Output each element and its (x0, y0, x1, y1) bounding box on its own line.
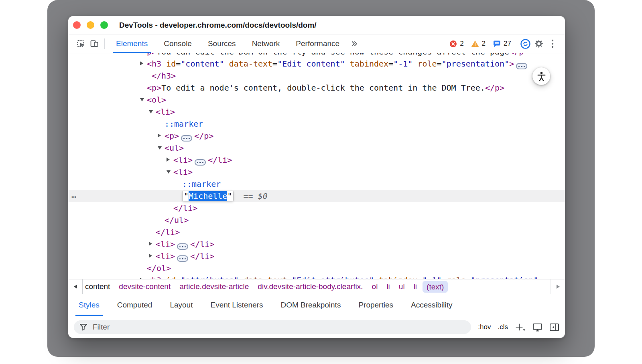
code-token: "attributes" (181, 275, 239, 279)
code-token: </li> (156, 227, 180, 237)
tab-network[interactable]: Network (244, 34, 288, 53)
code-token: <h3 (147, 275, 161, 279)
more-tabs-button[interactable] (347, 37, 361, 51)
breadcrumb-item-devsite-content[interactable]: devsite-content (114, 282, 175, 291)
toggle-classes-button[interactable]: .cls (498, 323, 508, 331)
dom-tree-row[interactable]: ::marker (68, 118, 565, 130)
settings-button[interactable] (532, 37, 546, 51)
rendering-emulation-button[interactable] (532, 323, 542, 332)
zoom-button[interactable] (100, 21, 108, 29)
device-toolbar-button[interactable] (87, 37, 101, 51)
expand-ellipsis-button[interactable] (181, 135, 192, 142)
expand-ellipsis-button[interactable] (516, 63, 527, 69)
dom-tree-row[interactable]: <li></li> (68, 238, 565, 250)
sidebar-tab-dom-breakpoints[interactable]: DOM Breakpoints (272, 294, 349, 316)
dom-tree-row[interactable]: <li></li> (68, 154, 565, 166)
breadcrumb-scroll-right-button[interactable] (551, 279, 565, 294)
window-titlebar: DevTools - developer.chrome.com/docs/dev… (68, 16, 565, 34)
sidebar-tab-accessibility[interactable]: Accessibility (402, 294, 461, 316)
disclosure-right-icon[interactable] (140, 61, 143, 65)
tab-sources[interactable]: Sources (200, 34, 244, 53)
warning-badge[interactable]: 2 (471, 40, 486, 48)
breadcrumb-item-div-devsite-article-body-clearfix[interactable]: div.devsite-article-body.clearfix. (253, 282, 367, 291)
dom-tree-row[interactable]: <ol> (68, 94, 565, 106)
tab-console[interactable]: Console (156, 34, 200, 53)
minimize-button[interactable] (87, 21, 94, 29)
code-token: "Edit attributes" (292, 275, 374, 279)
code-token: "presentation" (471, 275, 538, 279)
filter-input[interactable] (92, 322, 465, 332)
dom-tree-row[interactable]: <li></li> (68, 250, 565, 262)
dom-tree-row[interactable]: ::marker (68, 178, 565, 190)
code-token (442, 275, 447, 279)
dom-tree-row[interactable]: <li> (68, 166, 565, 178)
breadcrumb-item-ol[interactable]: ol (368, 282, 382, 291)
expand-ellipsis-button[interactable] (177, 243, 188, 250)
dom-tree-row[interactable]: <p>To edit a node's content, double-clic… (68, 82, 565, 94)
breadcrumb-item-li[interactable]: li (382, 282, 394, 291)
code-token: = (466, 275, 471, 279)
disclosure-right-icon[interactable] (140, 278, 143, 279)
dom-tree-row[interactable]: <ul> (68, 142, 565, 154)
monitor-icon (532, 323, 542, 332)
code-token: <ul> (165, 143, 184, 153)
new-style-rule-button[interactable] (515, 322, 526, 332)
messages-badge[interactable]: 27 (493, 40, 511, 48)
breadcrumb-item-article-devsite-article[interactable]: article.devsite-article (175, 282, 253, 291)
disclosure-down-icon[interactable] (140, 98, 144, 101)
tab-performance[interactable]: Performance (288, 34, 347, 53)
breadcrumb: contentdevsite-contentarticle.devsite-ar… (83, 279, 551, 294)
dom-tree-row[interactable]: </li> (68, 202, 565, 214)
sidebar-tab-properties[interactable]: Properties (349, 294, 402, 316)
dom-tree-row[interactable]: </ul> (68, 214, 565, 226)
right-arrow-icon (557, 285, 560, 289)
breadcrumb-item-content[interactable]: content (83, 282, 114, 291)
dom-tree-row[interactable]: <h3 id="content" data-text="Edit content… (68, 58, 565, 70)
breadcrumb-item-text[interactable]: (text) (423, 281, 448, 293)
code-token: </p> (194, 131, 213, 141)
dom-tree-row[interactable]: </li> (68, 226, 565, 238)
filter-field[interactable] (74, 320, 471, 334)
sync-circle-button[interactable] (518, 37, 532, 51)
close-button[interactable] (73, 21, 81, 29)
toggle-sidebar-button[interactable] (549, 323, 559, 332)
sidebar-tab-computed[interactable]: Computed (108, 294, 161, 316)
inspect-icon (76, 39, 85, 49)
disclosure-down-icon[interactable] (149, 110, 153, 113)
sidebar-tab-styles[interactable]: Styles (70, 294, 108, 316)
error-badge[interactable]: 2 (449, 40, 463, 48)
dom-tree-row[interactable]: …"Michelle" == $0 (68, 190, 565, 202)
disclosure-right-icon[interactable] (149, 254, 152, 258)
disclosure-down-icon[interactable] (158, 146, 162, 150)
edited-text-selection[interactable]: Michelle (189, 191, 227, 201)
toggle-element-state-button[interactable]: :hov (478, 323, 491, 331)
breadcrumb-scroll-left-button[interactable] (68, 279, 83, 294)
dom-tree-row[interactable]: <p></p> (68, 130, 565, 142)
dom-tree-row[interactable]: </ol> (68, 262, 565, 274)
filter-funnel-icon (79, 324, 87, 331)
inline-edit-box[interactable]: "Michelle" (183, 191, 233, 201)
dom-tree-row[interactable]: p>You can edit the DOM on the fly and se… (68, 53, 565, 58)
inspect-element-button[interactable] (74, 37, 87, 51)
sidebar-tab-event-listeners[interactable]: Event Listeners (201, 294, 272, 316)
dom-tree-row[interactable]: <li> (68, 106, 565, 118)
code-token: " (227, 191, 232, 201)
disclosure-right-icon[interactable] (149, 242, 152, 246)
disclosure-down-icon[interactable] (167, 170, 171, 174)
dom-tree-row[interactable]: <h3 id="attributes" data-text="Edit attr… (68, 274, 565, 279)
breadcrumb-item-ul[interactable]: ul (394, 282, 409, 291)
dom-tree-row[interactable]: </h3> (68, 70, 565, 82)
gear-icon (534, 39, 544, 49)
breadcrumb-item-li[interactable]: li (409, 282, 421, 291)
code-token: </li> (173, 203, 197, 213)
tab-elements[interactable]: Elements (108, 34, 156, 53)
accessibility-overlay-button[interactable] (532, 67, 550, 85)
disclosure-right-icon[interactable] (158, 133, 161, 138)
code-token: = (272, 59, 277, 69)
expand-ellipsis-button[interactable] (195, 159, 206, 166)
expand-ellipsis-button[interactable] (177, 255, 188, 262)
device-toolbar-icon (89, 39, 99, 49)
disclosure-right-icon[interactable] (167, 158, 170, 162)
kebab-menu-button[interactable] (546, 37, 559, 51)
sidebar-tab-layout[interactable]: Layout (161, 294, 201, 316)
